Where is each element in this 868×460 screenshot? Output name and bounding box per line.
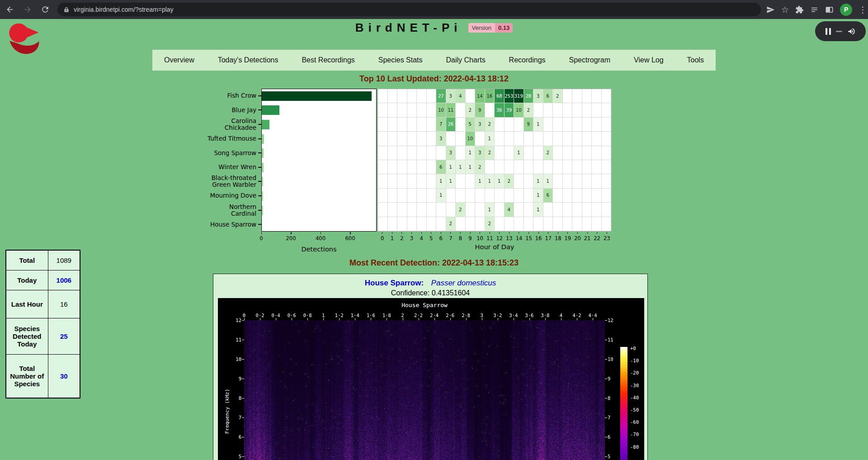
hour-tick-label: 5 [427, 235, 436, 242]
heatmap-cell-empty [417, 203, 427, 217]
heatmap-cell-empty [427, 118, 437, 132]
heatmap-cell-empty [427, 132, 437, 146]
nav-item-today-s-detections[interactable]: Today's Detections [218, 56, 278, 64]
hour-tick-mark [450, 232, 451, 234]
nav-item-recordings[interactable]: Recordings [509, 56, 546, 64]
side-panel-icon[interactable] [825, 5, 834, 14]
heatmap-cell-empty [524, 132, 534, 146]
heatmap-cell: 2 [485, 146, 495, 160]
extensions-icon[interactable] [795, 5, 804, 14]
heatmap-cell: 3 [446, 146, 456, 160]
sg-time-tick: 1·4 [347, 313, 363, 318]
heatmap-cell-empty [456, 174, 466, 188]
nav-item-tools[interactable]: Tools [687, 56, 704, 64]
heatmap-cell-empty [582, 146, 592, 160]
volume-icon[interactable] [847, 27, 856, 36]
sg-time-tick: 3 [474, 313, 490, 318]
species-label-northern-cardinal: Northern Cardinal [179, 203, 256, 218]
heatmap-cell-empty [524, 203, 534, 217]
bookmark-star-icon[interactable]: ☆ [781, 5, 789, 14]
sg-time-tick-mark [545, 318, 546, 320]
heatmap-cell-empty [505, 160, 514, 174]
detections-bar-mourning-dove [262, 191, 263, 201]
heatmap-cell-empty [475, 203, 485, 217]
hour-tick-label: 22 [593, 235, 602, 242]
profile-avatar[interactable]: P [840, 4, 852, 16]
bar-tick-label: 400 [312, 235, 329, 242]
hour-tick-mark [431, 232, 431, 234]
heatmap-cell: 14 [475, 89, 485, 103]
heatmap-cell-empty [582, 132, 592, 146]
forward-button[interactable] [20, 2, 35, 17]
heatmap-cell-empty [466, 174, 476, 188]
back-button[interactable] [2, 2, 18, 17]
sg-time-tick-mark [498, 318, 498, 320]
heatmap-cell-empty [495, 146, 505, 160]
nav-item-species-stats[interactable]: Species Stats [378, 56, 423, 64]
heatmap-cell-empty [553, 132, 563, 146]
species-label-house-sparrow: House Sparrow [179, 217, 256, 232]
heatmap-cell-empty [495, 118, 505, 132]
species-label-tufted-titmouse: Tufted Titmouse [179, 132, 256, 146]
y-tick-mark [258, 138, 261, 139]
nav-item-overview[interactable]: Overview [164, 56, 194, 64]
sg-freq-tick-right: 7 [608, 415, 630, 420]
audio-player[interactable] [815, 21, 866, 41]
sg-time-tick: 1·6 [363, 313, 378, 318]
heatmap-cell-empty [543, 103, 553, 117]
stat-value-total-number-of-species[interactable]: 30 [48, 354, 80, 398]
heatmap-cell-empty [553, 217, 563, 231]
heatmap-cell-empty [475, 217, 485, 231]
species-axis: Fish CrowBlue JayCarolina ChickadeeTufte… [179, 89, 256, 232]
detection-scientific-name[interactable]: Passer domesticus [431, 279, 496, 287]
heatmap-cell-empty [436, 146, 446, 160]
stats-row-today: Today1006 [6, 270, 80, 290]
heatmap-cell-empty [533, 146, 543, 160]
stat-value-species-detected-today[interactable]: 25 [48, 318, 80, 354]
stats-row-total-number-of-species: Total Number of Species30 [6, 354, 80, 398]
sg-time-tick: 3·8 [538, 313, 553, 318]
address-bar[interactable]: virginia.birdnetpi.com/?stream=play [57, 3, 761, 16]
heatmap-cell-empty [514, 174, 524, 188]
nav-item-view-log[interactable]: View Log [634, 56, 664, 64]
seek-dash[interactable] [836, 31, 842, 32]
heatmap-cell-empty [378, 146, 388, 160]
sg-time-tick-mark [593, 318, 593, 320]
send-icon[interactable] [766, 5, 775, 14]
sg-time-tick: 0·4 [268, 313, 283, 318]
heatmap-cell-empty [407, 118, 417, 132]
heatmap-cell-empty [602, 189, 612, 203]
nav-item-daily-charts[interactable]: Daily Charts [446, 56, 486, 64]
hour-tick-mark [558, 232, 558, 234]
kebab-menu-icon[interactable]: ⋮ [859, 5, 867, 14]
heatmap-cell-empty [592, 118, 602, 132]
heatmap-cell-empty [514, 160, 524, 174]
reload-button[interactable] [38, 2, 53, 17]
heatmap-cell-empty [505, 189, 514, 203]
detection-species-link[interactable]: House Sparrow: [365, 279, 424, 287]
heatmap-cell-empty [378, 203, 388, 217]
heatmap-cell-empty [407, 89, 417, 103]
hour-tick-mark [567, 232, 568, 234]
reading-list-icon[interactable] [810, 5, 819, 14]
pause-icon[interactable] [826, 28, 831, 35]
hour-tick-label: 0 [378, 235, 387, 242]
heatmap-cell-empty [553, 103, 563, 117]
hour-tick-label: 2 [397, 235, 406, 242]
heatmap-cell: 7 [436, 118, 446, 132]
nav-item-spectrogram[interactable]: Spectrogram [569, 56, 611, 64]
bar-tick-label: 0 [253, 235, 269, 242]
heatmap-cell-empty [553, 189, 563, 203]
stat-value-today[interactable]: 1006 [48, 270, 80, 290]
confidence-label: Confidence: [391, 289, 429, 297]
heatmap-cell-empty [505, 118, 514, 132]
sg-time-tick-mark [276, 318, 276, 320]
heatmap-cell-empty [397, 174, 407, 188]
hour-tick-mark [509, 232, 509, 234]
sg-time-tick: 2 [395, 313, 410, 318]
heatmap-cell: 2 [524, 103, 534, 117]
nav-item-best-recordings[interactable]: Best Recordings [302, 56, 354, 64]
heatmap-cell-empty [388, 103, 398, 117]
top10-heading: Top 10 Last Updated: 2022-04-13 18:12 [0, 74, 868, 84]
heatmap-cell: 1 [485, 203, 495, 217]
